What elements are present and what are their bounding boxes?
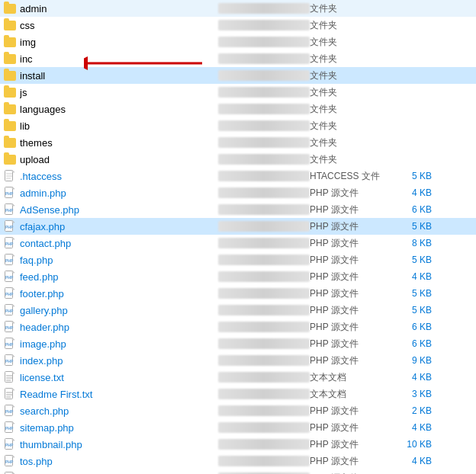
table-row[interactable]: lib文件夹 xyxy=(0,117,476,134)
svg-text:PHP: PHP xyxy=(5,191,14,196)
table-row[interactable]: PHP contact.phpPHP 源文件8 KB xyxy=(0,235,476,251)
file-type: PHP 源文件 xyxy=(310,321,386,334)
table-row[interactable]: PHP admin.phpPHP 源文件4 KB xyxy=(0,184,476,201)
file-date xyxy=(218,154,310,165)
file-date xyxy=(218,238,310,248)
file-date xyxy=(218,372,310,383)
file-date xyxy=(218,20,310,30)
file-size: 4 KB xyxy=(386,187,432,198)
file-name: feed.php xyxy=(20,271,218,283)
file-date xyxy=(218,204,310,215)
file-type: HTACCESS 文件 xyxy=(310,170,386,183)
table-row[interactable]: upload文件夹 xyxy=(0,151,476,168)
file-date xyxy=(218,171,310,181)
file-date xyxy=(218,137,310,148)
table-row[interactable]: PHP tos.phpPHP 源文件4 KB xyxy=(0,453,476,469)
php-icon: PHP xyxy=(3,454,17,468)
file-date xyxy=(218,422,310,433)
file-size: 5 KB xyxy=(386,288,432,299)
table-row[interactable]: languages文件夹 xyxy=(0,101,476,117)
file-size: 9 KB xyxy=(386,355,432,366)
folder-icon xyxy=(3,85,17,99)
file-name: lib xyxy=(20,120,218,132)
file-name: upload xyxy=(20,154,218,165)
file-type: PHP 源文件 xyxy=(310,438,386,451)
file-size: 4 KB xyxy=(386,456,432,466)
table-row[interactable]: PHP header.phpPHP 源文件6 KB xyxy=(0,319,476,335)
svg-text:PHP: PHP xyxy=(5,359,14,364)
table-row[interactable]: PHP index.phpPHP 源文件9 KB xyxy=(0,352,476,369)
svg-marker-29 xyxy=(12,271,14,274)
table-row[interactable]: PHP gallery.phpPHP 源文件5 KB xyxy=(0,302,476,319)
php-icon: PHP xyxy=(3,253,17,267)
table-row[interactable]: PHP uoload.phoPHP 源文件11 KB xyxy=(0,469,476,474)
table-row[interactable]: install文件夹 xyxy=(0,67,476,84)
file-type: PHP 源文件 xyxy=(310,455,386,468)
table-row[interactable]: js文件夹 xyxy=(0,84,476,101)
file-type: 文件夹 xyxy=(310,120,386,133)
svg-marker-45 xyxy=(12,338,14,341)
file-date xyxy=(218,120,310,131)
table-row[interactable]: admin文件夹 xyxy=(0,0,476,17)
file-size: 10 KB xyxy=(386,439,432,450)
svg-marker-17 xyxy=(12,221,14,223)
file-type: 文本文档 xyxy=(310,371,386,384)
table-row[interactable]: PHP feed.phpPHP 源文件4 KB xyxy=(0,268,476,285)
file-name: AdSense.php xyxy=(20,204,218,216)
file-type: 文件夹 xyxy=(310,69,386,82)
file-name: index.php xyxy=(20,355,218,367)
file-date xyxy=(218,389,310,399)
table-row[interactable]: img文件夹 xyxy=(0,34,476,50)
file-name: js xyxy=(20,87,218,98)
svg-text:PHP: PHP xyxy=(5,342,14,347)
table-row[interactable]: license.txt文本文档4 KB xyxy=(0,369,476,386)
file-date xyxy=(218,37,310,47)
table-row[interactable]: PHP sitemap.phpPHP 源文件4 KB xyxy=(0,419,476,436)
file-type: 文件夹 xyxy=(310,153,386,166)
file-size: 4 KB xyxy=(386,271,432,282)
file-date xyxy=(218,456,310,466)
file-type: 文件夹 xyxy=(310,53,386,66)
php-icon: PHP xyxy=(3,303,17,317)
file-name: faq.php xyxy=(20,255,218,266)
table-row[interactable]: Readme First.txt文本文档3 KB xyxy=(0,386,476,402)
php-icon: PHP xyxy=(3,437,17,451)
file-date xyxy=(218,255,310,265)
file-date xyxy=(218,322,310,332)
file-date xyxy=(218,3,310,14)
file-size: 4 KB xyxy=(386,372,432,383)
svg-marker-49 xyxy=(12,355,14,357)
php-icon: PHP xyxy=(3,287,17,300)
file-date xyxy=(218,70,310,81)
table-row[interactable]: PHP AdSense.phpPHP 源文件6 KB xyxy=(0,201,476,218)
php-icon: PHP xyxy=(3,421,17,434)
file-date xyxy=(218,288,310,299)
file-name: themes xyxy=(20,137,218,149)
svg-text:PHP: PHP xyxy=(5,460,14,464)
table-row[interactable]: PHP search.phpPHP 源文件2 KB xyxy=(0,402,476,419)
table-row[interactable]: PHP cfajax.phpPHP 源文件5 KB xyxy=(0,218,476,235)
svg-marker-75 xyxy=(12,456,14,458)
table-row[interactable]: PHP image.phpPHP 源文件6 KB xyxy=(0,335,476,352)
table-row[interactable]: .htaccessHTACCESS 文件5 KB xyxy=(0,168,476,184)
file-size: 2 KB xyxy=(386,405,432,416)
table-row[interactable]: inc文件夹 xyxy=(0,50,476,67)
svg-marker-41 xyxy=(12,322,14,324)
file-type: PHP 源文件 xyxy=(310,405,386,418)
folder-icon xyxy=(3,152,17,166)
svg-marker-37 xyxy=(12,305,14,307)
file-name: inc xyxy=(20,53,218,65)
folder-icon xyxy=(3,52,17,66)
table-row[interactable]: PHP faq.phpPHP 源文件5 KB xyxy=(0,251,476,268)
table-row[interactable]: PHP footer.phpPHP 源文件5 KB xyxy=(0,285,476,302)
table-row[interactable]: themes文件夹 xyxy=(0,134,476,151)
svg-text:PHP: PHP xyxy=(5,426,14,431)
file-type: PHP 源文件 xyxy=(310,338,386,351)
file-name: license.txt xyxy=(20,372,218,383)
table-row[interactable]: css文件夹 xyxy=(0,17,476,34)
table-row[interactable]: PHP thumbnail.phpPHP 源文件10 KB xyxy=(0,436,476,453)
file-type: PHP 源文件 xyxy=(310,220,386,233)
svg-text:PHP: PHP xyxy=(5,325,14,330)
php-icon: PHP xyxy=(3,471,17,474)
file-type: PHP 源文件 xyxy=(310,187,386,200)
